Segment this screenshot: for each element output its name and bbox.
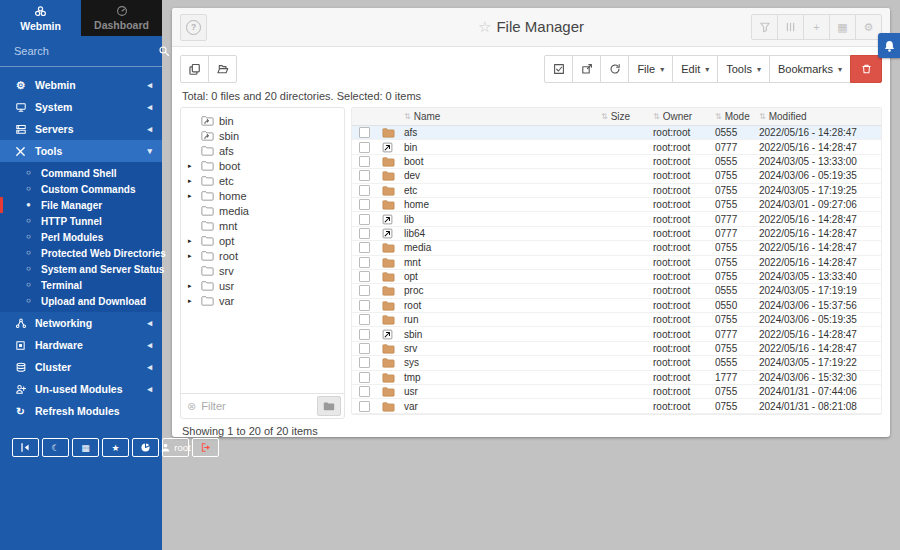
sidebar-item-command-shell[interactable]: ○Command Shell (0, 165, 162, 181)
sidebar-item-servers[interactable]: Servers◂ (0, 118, 162, 140)
tree-item-afs[interactable]: afs (181, 143, 344, 158)
tree-item-usr[interactable]: ▸usr (181, 278, 344, 293)
table-row-lib[interactable]: libroot:root07772022/05/16 - 14:28:47 (352, 212, 881, 226)
tree-item-var[interactable]: ▸var (181, 293, 344, 308)
background-button[interactable]: ▦ (72, 438, 99, 457)
sidebar-item-un-used-modules[interactable]: Un-used Modules◂ (0, 378, 162, 400)
logout-button[interactable] (192, 438, 219, 457)
open-directory-button[interactable] (208, 55, 237, 83)
row-checkbox[interactable] (359, 401, 370, 412)
paste-button[interactable] (572, 55, 601, 83)
sidebar-item-hardware[interactable]: Hardware◂ (0, 334, 162, 356)
copy-path-button[interactable] (180, 55, 209, 83)
notifications-bell-button[interactable] (878, 33, 900, 58)
sidebar-item-system-and-server-status[interactable]: ○System and Server Status (0, 261, 162, 277)
column-header-mode[interactable]: ⇅Mode (715, 111, 759, 122)
sidebar-item-custom-commands[interactable]: ○Custom Commands (0, 181, 162, 197)
table-row-run[interactable]: runroot:root07552024/03/06 - 05:19:35 (352, 313, 881, 327)
collapse-sidebar-button[interactable] (12, 438, 39, 457)
table-row-bin[interactable]: binroot:root07772022/05/16 - 14:28:47 (352, 140, 881, 154)
tree-item-home[interactable]: ▸home (181, 188, 344, 203)
sidebar-item-file-manager[interactable]: ●File Manager (0, 197, 162, 213)
sidebar-item-tools[interactable]: Tools▾ (0, 140, 162, 162)
sidebar-item-webmin[interactable]: ⚙Webmin◂ (0, 74, 162, 96)
sidebar-item-terminal[interactable]: ○Terminal (0, 277, 162, 293)
table-row-sys[interactable]: sysroot:root05552024/03/05 - 17:19:22 (352, 356, 881, 370)
search-icon[interactable] (158, 45, 170, 57)
table-row-var[interactable]: varroot:root07552024/01/31 - 08:21:08 (352, 399, 881, 413)
expand-arrow-icon[interactable]: ▸ (181, 162, 201, 170)
select-all-button[interactable] (544, 55, 573, 83)
sidebar-item-perl-modules[interactable]: ○Perl Modules (0, 229, 162, 245)
row-checkbox[interactable] (359, 343, 370, 354)
tree-item-etc[interactable]: ▸etc (181, 173, 344, 188)
table-row-lib64[interactable]: lib64root:root07772022/05/16 - 14:28:47 (352, 227, 881, 241)
table-row-tmp[interactable]: tmproot:root17772024/03/06 - 15:32:30 (352, 371, 881, 385)
row-checkbox[interactable] (359, 372, 370, 383)
column-header-size[interactable]: ⇅Size (601, 111, 653, 122)
help-button[interactable]: ? (180, 14, 207, 41)
tree-item-root[interactable]: ▸root (181, 248, 344, 263)
tree-item-mnt[interactable]: mnt (181, 218, 344, 233)
table-row-root[interactable]: rootroot:root05502024/03/06 - 15:37:56 (352, 299, 881, 313)
tools-menu-button[interactable]: Tools▾ (717, 55, 770, 83)
sidebar-item-networking[interactable]: Networking◂ (0, 312, 162, 334)
table-row-proc[interactable]: procroot:root05552024/03/05 - 17:19:19 (352, 284, 881, 298)
sidebar-item-protected-web-directories[interactable]: ○Protected Web Directories (0, 245, 162, 261)
tree-item-bin[interactable]: bin (181, 113, 344, 128)
row-checkbox[interactable] (359, 185, 370, 196)
add-button[interactable]: + (803, 14, 830, 40)
expand-arrow-icon[interactable]: ▸ (181, 252, 201, 260)
screenshot-button[interactable]: ▦ (829, 14, 856, 40)
tree-item-sbin[interactable]: sbin (181, 128, 344, 143)
favorites-button[interactable]: ★ (102, 438, 129, 457)
sidebar-item-system[interactable]: System◂ (0, 96, 162, 118)
expand-arrow-icon[interactable]: ▸ (181, 177, 201, 185)
table-row-etc[interactable]: etcroot:root07552024/03/05 - 17:19:25 (352, 184, 881, 198)
filter-button[interactable] (751, 14, 778, 40)
sidebar-item-http-tunnel[interactable]: ○HTTP Tunnel (0, 213, 162, 229)
row-checkbox[interactable] (359, 228, 370, 239)
column-header-name[interactable]: ⇅Name (404, 111, 601, 122)
tree-item-media[interactable]: media (181, 203, 344, 218)
tab-dashboard[interactable]: Dashboard (81, 0, 162, 36)
table-row-afs[interactable]: afsroot:root05552022/05/16 - 14:28:47 (352, 126, 881, 140)
row-checkbox[interactable] (359, 127, 370, 138)
edit-menu-button[interactable]: Edit▾ (672, 55, 718, 83)
row-checkbox[interactable] (359, 242, 370, 253)
tree-item-opt[interactable]: ▸opt (181, 233, 344, 248)
row-checkbox[interactable] (359, 329, 370, 340)
expand-arrow-icon[interactable]: ▸ (181, 282, 201, 290)
clear-filter-icon[interactable]: ⊗ (187, 400, 196, 413)
file-menu-button[interactable]: File▾ (628, 55, 673, 83)
account-button[interactable]: root (162, 438, 189, 457)
table-row-home[interactable]: homeroot:root07552024/03/01 - 09:27:06 (352, 198, 881, 212)
row-checkbox[interactable] (359, 271, 370, 282)
refresh-button[interactable] (600, 55, 629, 83)
night-mode-button[interactable]: ☾ (42, 438, 69, 457)
sidebar-item-refresh-modules[interactable]: ↻Refresh Modules (0, 400, 162, 422)
row-checkbox[interactable] (359, 156, 370, 167)
tree-folder-button[interactable] (317, 396, 341, 416)
sidebar-item-upload-and-download[interactable]: ○Upload and Download (0, 293, 162, 309)
tab-webmin[interactable]: Webmin (0, 0, 81, 36)
row-checkbox[interactable] (359, 285, 370, 296)
row-checkbox[interactable] (359, 199, 370, 210)
tree-filter-input[interactable] (199, 399, 317, 413)
expand-arrow-icon[interactable]: ▸ (181, 237, 201, 245)
row-checkbox[interactable] (359, 170, 370, 181)
row-checkbox[interactable] (359, 386, 370, 397)
column-header-owner[interactable]: ⇅Owner (653, 111, 715, 122)
trash-button[interactable] (850, 55, 882, 83)
row-checkbox[interactable] (359, 142, 370, 153)
sidebar-item-cluster[interactable]: Cluster◂ (0, 356, 162, 378)
search-input[interactable] (12, 44, 158, 58)
row-checkbox[interactable] (359, 357, 370, 368)
tree-item-boot[interactable]: ▸boot (181, 158, 344, 173)
table-row-boot[interactable]: bootroot:root05552024/03/05 - 13:33:00 (352, 155, 881, 169)
expand-arrow-icon[interactable]: ▸ (181, 192, 201, 200)
bookmarks-menu-button[interactable]: Bookmarks▾ (769, 55, 851, 83)
expand-arrow-icon[interactable]: ▸ (181, 297, 201, 305)
table-row-mnt[interactable]: mntroot:root07552022/05/16 - 14:28:47 (352, 256, 881, 270)
table-row-media[interactable]: mediaroot:root07552022/05/16 - 14:28:47 (352, 241, 881, 255)
